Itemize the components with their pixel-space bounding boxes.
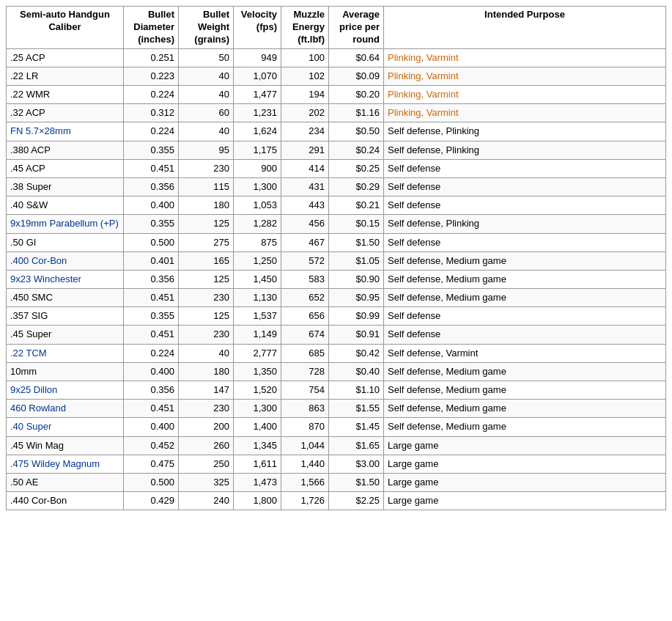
cell-weight: 115 — [179, 177, 234, 196]
cell-purpose: Large game — [384, 473, 666, 491]
cell-price: $1.65 — [329, 436, 384, 455]
cell-purpose: Plinking, Varmint — [384, 104, 666, 122]
cell-energy: 674 — [281, 326, 329, 344]
table-row: .22 WMR 0.224 40 1,477 194 $0.20 Plinkin… — [7, 86, 666, 104]
header-velocity: Velocity (fps) — [234, 7, 281, 49]
cell-caliber: .32 ACP — [7, 104, 124, 122]
cell-caliber: .450 SMC — [7, 289, 124, 307]
cell-caliber: .40 S&W — [7, 196, 124, 215]
table-row: .475 Wildey Magnum 0.475 250 1,611 1,440… — [7, 455, 666, 473]
cell-caliber: .25 ACP — [7, 48, 124, 67]
cell-velocity: 1,300 — [234, 400, 281, 418]
cell-caliber: .22 LR — [7, 67, 124, 85]
cell-caliber: .38 Super — [7, 177, 124, 196]
cell-purpose: Self defense, Varmint — [384, 344, 666, 362]
cell-purpose: Large game — [384, 455, 666, 473]
cell-price: $0.42 — [329, 344, 384, 362]
cell-purpose: Self defense, Medium game — [384, 418, 666, 436]
cell-caliber: 460 Rowland — [7, 400, 124, 418]
table-row: 9x19mm Parabellum (+P) 0.355 125 1,282 4… — [7, 215, 666, 233]
cell-diameter: 0.475 — [124, 455, 179, 473]
cell-price: $1.50 — [329, 233, 384, 251]
cell-weight: 125 — [179, 307, 234, 326]
caliber-table: Semi-auto Handgun Caliber Bullet Diamete… — [6, 6, 666, 510]
table-row: .45 Super 0.451 230 1,149 674 $0.91 Self… — [7, 326, 666, 344]
cell-velocity: 1,149 — [234, 326, 281, 344]
cell-caliber: 10mm — [7, 362, 124, 381]
cell-energy: 1,726 — [281, 492, 329, 510]
cell-diameter: 0.451 — [124, 400, 179, 418]
cell-price: $1.05 — [329, 251, 384, 270]
cell-diameter: 0.500 — [124, 473, 179, 491]
cell-diameter: 0.224 — [124, 344, 179, 362]
cell-price: $3.00 — [329, 455, 384, 473]
cell-weight: 250 — [179, 455, 234, 473]
cell-weight: 200 — [179, 418, 234, 436]
cell-energy: 431 — [281, 177, 329, 196]
cell-velocity: 1,520 — [234, 381, 281, 400]
cell-diameter: 0.401 — [124, 251, 179, 270]
cell-diameter: 0.429 — [124, 492, 179, 510]
cell-velocity: 1,624 — [234, 122, 281, 141]
cell-purpose: Self defense, Medium game — [384, 251, 666, 270]
cell-energy: 652 — [281, 289, 329, 307]
cell-caliber: 9x19mm Parabellum (+P) — [7, 215, 124, 233]
cell-energy: 863 — [281, 400, 329, 418]
cell-energy: 754 — [281, 381, 329, 400]
cell-price: $0.95 — [329, 289, 384, 307]
cell-weight: 230 — [179, 400, 234, 418]
cell-weight: 50 — [179, 48, 234, 67]
cell-weight: 60 — [179, 104, 234, 122]
table-row: .22 TCM 0.224 40 2,777 685 $0.42 Self de… — [7, 344, 666, 362]
cell-caliber: .357 SIG — [7, 307, 124, 326]
cell-purpose: Self defense, Medium game — [384, 400, 666, 418]
table-row: .357 SIG 0.355 125 1,537 656 $0.99 Self … — [7, 307, 666, 326]
cell-purpose: Self defense, Plinking — [384, 122, 666, 141]
header-diameter: Bullet Diameter (inches) — [124, 7, 179, 49]
cell-purpose: Self defense, Plinking — [384, 215, 666, 233]
cell-diameter: 0.400 — [124, 196, 179, 215]
cell-weight: 40 — [179, 344, 234, 362]
header-caliber: Semi-auto Handgun Caliber — [7, 7, 124, 49]
header-energy: Muzzle Energy (ft.lbf) — [281, 7, 329, 49]
table-row: .50 AE 0.500 325 1,473 1,566 $1.50 Large… — [7, 473, 666, 491]
cell-caliber: .440 Cor-Bon — [7, 492, 124, 510]
table-row: .50 GI 0.500 275 875 467 $1.50 Self defe… — [7, 233, 666, 251]
cell-caliber: .22 WMR — [7, 86, 124, 104]
cell-weight: 230 — [179, 159, 234, 177]
cell-weight: 147 — [179, 381, 234, 400]
cell-price: $1.16 — [329, 104, 384, 122]
cell-energy: 443 — [281, 196, 329, 215]
table-row: 10mm 0.400 180 1,350 728 $0.40 Self defe… — [7, 362, 666, 381]
cell-caliber: .45 Super — [7, 326, 124, 344]
cell-energy: 456 — [281, 215, 329, 233]
cell-purpose: Self defense — [384, 177, 666, 196]
cell-price: $0.99 — [329, 307, 384, 326]
cell-energy: 728 — [281, 362, 329, 381]
header-price: Average price per round — [329, 7, 384, 49]
cell-energy: 291 — [281, 141, 329, 159]
cell-velocity: 1,282 — [234, 215, 281, 233]
cell-weight: 40 — [179, 122, 234, 141]
cell-purpose: Self defense — [384, 326, 666, 344]
cell-price: $1.10 — [329, 381, 384, 400]
cell-energy: 194 — [281, 86, 329, 104]
cell-price: $0.91 — [329, 326, 384, 344]
cell-weight: 240 — [179, 492, 234, 510]
cell-diameter: 0.355 — [124, 215, 179, 233]
cell-weight: 40 — [179, 67, 234, 85]
cell-price: $0.90 — [329, 270, 384, 288]
cell-price: $0.64 — [329, 48, 384, 67]
cell-caliber: .50 AE — [7, 473, 124, 491]
cell-velocity: 1,537 — [234, 307, 281, 326]
cell-purpose: Self defense, Medium game — [384, 270, 666, 288]
cell-weight: 40 — [179, 86, 234, 104]
cell-purpose: Self defense, Medium game — [384, 362, 666, 381]
cell-purpose: Self defense — [384, 196, 666, 215]
table-row: .45 Win Mag 0.452 260 1,345 1,044 $1.65 … — [7, 436, 666, 455]
table-row: .38 Super 0.356 115 1,300 431 $0.29 Self… — [7, 177, 666, 196]
table-row: 9x23 Winchester 0.356 125 1,450 583 $0.9… — [7, 270, 666, 288]
table-row: .400 Cor-Bon 0.401 165 1,250 572 $1.05 S… — [7, 251, 666, 270]
cell-caliber: .45 Win Mag — [7, 436, 124, 455]
cell-velocity: 1,345 — [234, 436, 281, 455]
